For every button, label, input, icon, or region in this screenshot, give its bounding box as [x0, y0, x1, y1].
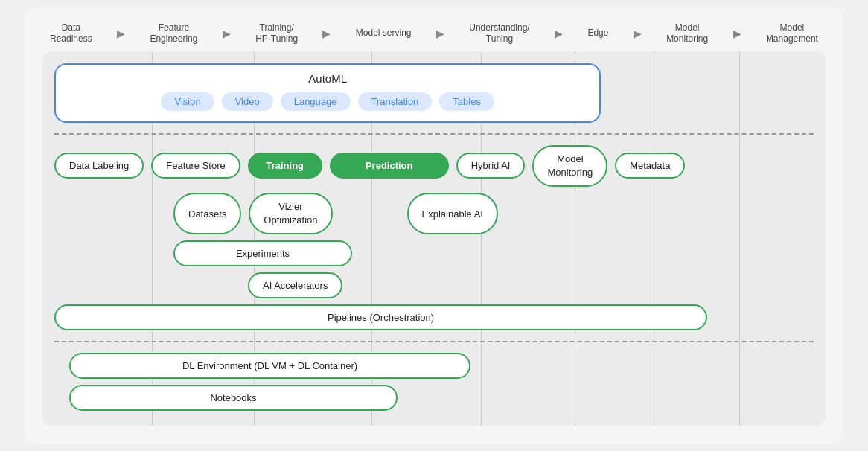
arrow-1: ▶ — [117, 28, 125, 39]
dl-env-pill: DL Environment (DL VM + DL Container) — [69, 353, 470, 379]
step-model-management: Model Management — [766, 22, 818, 45]
arrow-6: ▶ — [634, 28, 642, 39]
step-model-monitoring: Model Monitoring — [666, 22, 708, 45]
arrow-3: ▶ — [322, 28, 331, 39]
model-monitoring-pill: ModelMonitoring — [532, 145, 607, 187]
arrow-5: ▶ — [555, 28, 563, 39]
chip-tables: Tables — [439, 92, 494, 111]
ai-accelerators-pill: AI Accelerators — [248, 272, 342, 298]
chip-language: Language — [281, 92, 351, 111]
arrow-7: ▶ — [733, 28, 741, 39]
automl-chips: Vision Video Language Translation Tables — [71, 92, 584, 111]
chip-vision: Vision — [161, 92, 214, 111]
pipelines-pill: Pipelines (Orchestration) — [54, 304, 707, 330]
explainable-ai-pill: Explainable AI — [407, 193, 498, 234]
chip-translation: Translation — [358, 92, 433, 111]
experiments-pill: Experiments — [173, 240, 352, 266]
automl-title: AutoML — [71, 72, 584, 85]
main-pills-row: Data Labeling Feature Store Training Pre… — [54, 145, 814, 187]
pipeline-header: Data Readiness ▶ Feature Engineering ▶ T… — [42, 22, 826, 45]
metadata-pill: Metadata — [615, 153, 685, 179]
step-edge: Edge — [587, 28, 608, 39]
bottom-section: DL Environment (DL VM + DL Container) No… — [54, 353, 814, 411]
datasets-pill: Datasets — [173, 193, 241, 234]
arrow-2: ▶ — [223, 28, 231, 39]
dashed-divider-top — [54, 133, 814, 135]
dashed-divider-bottom — [54, 341, 814, 342]
automl-section: AutoML Vision Video Language Translation… — [54, 63, 601, 123]
step-training-hp-tuning: Training/ HP-Tuning — [255, 22, 298, 45]
step-feature-engineering: Feature Engineering — [150, 22, 197, 45]
step-data-readiness: Data Readiness — [50, 22, 92, 45]
training-pill: Training — [248, 153, 322, 179]
chip-video: Video — [222, 92, 273, 111]
vizier-pill: VizierOptimization — [249, 193, 332, 234]
prediction-pill: Prediction — [330, 153, 449, 179]
notebooks-pill: Notebooks — [69, 385, 398, 411]
step-model-serving: Model serving — [356, 28, 412, 39]
hybrid-ai-pill: Hybrid AI — [456, 153, 526, 179]
step-understanding-tuning: Understanding/ Tuning — [469, 22, 529, 45]
feature-store-pill: Feature Store — [151, 153, 240, 179]
diagram-wrapper: Data Readiness ▶ Feature Engineering ▶ T… — [25, 7, 843, 444]
data-labeling-pill: Data Labeling — [54, 153, 144, 179]
arrow-4: ▶ — [436, 28, 444, 39]
main-area: AutoML Vision Video Language Translation… — [42, 51, 826, 426]
